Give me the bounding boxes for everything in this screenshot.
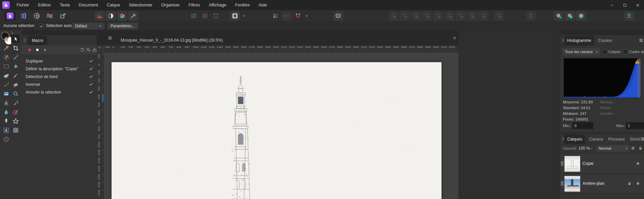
document-canvas[interactable]	[112, 62, 442, 199]
gear-icon[interactable]	[630, 146, 636, 151]
chevron-down-button[interactable]	[241, 11, 246, 21]
menu-texte[interactable]: Texte	[55, 0, 74, 10]
max-input[interactable]: 1	[626, 122, 644, 129]
liquify-persona-button[interactable]	[17, 11, 29, 21]
layer-row-arriereplan[interactable]: Arrière-plan	[560, 174, 644, 194]
minimize-button[interactable]	[605, 0, 618, 10]
flood-fill-tool-button[interactable]	[11, 62, 20, 71]
play-button[interactable]	[43, 47, 48, 52]
star-shape-tool-button[interactable]	[11, 117, 20, 125]
menu-document[interactable]: Document	[74, 0, 102, 10]
flood-select-tool-button[interactable]	[11, 53, 20, 61]
paint-brush-tool-button[interactable]	[11, 71, 20, 80]
move-tool-button[interactable]	[11, 34, 20, 43]
tab-histogramme[interactable]: Histogramme	[564, 36, 594, 45]
clone-brush-tool-button[interactable]	[2, 98, 10, 107]
tab-calques[interactable]: Calques	[564, 134, 585, 144]
menu-organiser[interactable]: Organiser	[157, 0, 184, 10]
menu-edition[interactable]: Edition	[34, 0, 55, 10]
macro-step-1[interactable]: Définir la description: "Copie"	[22, 65, 97, 73]
tab-stock[interactable]: Stock	[630, 134, 640, 144]
selection-marquee-button[interactable]	[211, 11, 221, 21]
menu-affichage[interactable]: Affichage	[205, 0, 231, 10]
menu-selectionner[interactable]: Sélectionner	[124, 0, 157, 10]
histogram-display[interactable]	[564, 58, 641, 98]
snapping-presets-button[interactable]	[270, 11, 281, 21]
erase-brush-tool-button[interactable]	[11, 80, 20, 89]
maximize-button[interactable]	[618, 0, 631, 10]
layer-row-copie[interactable]: Copie	[560, 154, 644, 174]
settings-button[interactable]: Paramètres...	[108, 23, 138, 29]
zoom-tool-button[interactable]	[2, 135, 10, 144]
crop-tool-button[interactable]	[11, 44, 20, 52]
tab-canaux[interactable]: Canaux	[589, 134, 603, 144]
account-button[interactable]	[624, 11, 634, 21]
layer-visibility-toggle[interactable]	[635, 181, 641, 186]
insert-target-wedge-button[interactable]	[554, 11, 564, 21]
opacity-value[interactable]: 100 %	[578, 146, 590, 151]
panel-menu-icon[interactable]	[640, 136, 644, 142]
vertical-ruler[interactable]: -100010020030040050060070080090010001100…	[97, 52, 104, 199]
chevron-down-icon[interactable]	[590, 147, 594, 150]
macro-step-4[interactable]: Annuler la sélection	[22, 89, 97, 96]
pixel-tool-button[interactable]	[2, 80, 10, 89]
export-macro-button[interactable]	[92, 47, 97, 52]
auto-select-checkbox[interactable]	[39, 24, 44, 29]
macro-step-3[interactable]: Inverser	[22, 81, 97, 89]
tab-couleur[interactable]: Couleur	[598, 36, 612, 45]
add-to-library-button[interactable]	[86, 47, 91, 52]
colour-picker-tool-button[interactable]	[2, 44, 10, 52]
min-input[interactable]: 0	[572, 122, 593, 129]
close-document-icon[interactable]	[452, 36, 457, 40]
close-button[interactable]	[631, 0, 644, 10]
select-all-button[interactable]	[189, 11, 199, 21]
channels-dropdown[interactable]: Tous les canaux	[562, 48, 600, 55]
record-button[interactable]	[27, 47, 32, 52]
stop-button[interactable]	[35, 47, 40, 52]
layer-visibility-toggle[interactable]	[635, 161, 641, 166]
macro-step-0[interactable]: Dupliquer	[22, 57, 97, 65]
menu-fichier[interactable]: Fichier	[12, 0, 34, 10]
auto-contrast-button[interactable]	[106, 11, 116, 21]
insert-target-square-button[interactable]	[565, 11, 575, 21]
quick-mask-button[interactable]	[230, 11, 240, 21]
layer-thumbnail[interactable]	[564, 156, 580, 172]
pan-tool-button[interactable]	[2, 34, 10, 43]
horizontal-ruler[interactable]: px -100010020030040050060070080090010001…	[97, 45, 458, 52]
menu-fenetre[interactable]: Fenêtre	[231, 0, 254, 10]
insert-target-pie-button[interactable]	[576, 11, 586, 21]
blur-tool-button[interactable]	[2, 107, 10, 116]
macro-step-check-icon[interactable]	[89, 90, 93, 94]
macro-step-check-icon[interactable]	[89, 59, 93, 63]
pen-tool-button[interactable]	[2, 117, 10, 125]
deselect-button[interactable]	[200, 11, 210, 21]
mesh-warp-tool-button[interactable]	[11, 126, 20, 134]
macro-step-check-icon[interactable]	[89, 67, 93, 71]
export-persona-button[interactable]	[57, 11, 69, 21]
reset-button[interactable]	[80, 47, 85, 52]
preset-dropdown[interactable]: Défaut	[72, 23, 104, 29]
macro-step-check-icon[interactable]	[89, 82, 93, 86]
undo-brush-tool-button[interactable]	[11, 98, 20, 107]
gradient-tool-button[interactable]	[2, 71, 10, 80]
selection-brush-tool-button[interactable]	[2, 53, 10, 61]
blend-mode-dropdown[interactable]: Normal	[596, 145, 630, 152]
layer-thumbnail[interactable]	[564, 176, 580, 192]
macro-step-2[interactable]: Détection de bord	[22, 73, 97, 81]
tone-mapping-persona-button[interactable]	[44, 11, 56, 21]
macro-step-check-icon[interactable]	[89, 74, 93, 79]
text-tool-button[interactable]	[2, 126, 10, 134]
auto-colour-button[interactable]	[117, 11, 127, 21]
panel-menu-icon[interactable]	[639, 38, 644, 43]
document-tab-title[interactable]: Mosquée_Hassan_II_-_2016-04-13.jpg [Modi…	[121, 38, 223, 43]
tab-pinceaux[interactable]: Pinceaux	[608, 134, 625, 144]
lock-icon[interactable]	[638, 146, 643, 151]
marquee-tool-button[interactable]	[2, 62, 10, 71]
tab-macro[interactable]: Macro	[28, 36, 47, 45]
snapping-magnet-button[interactable]	[293, 11, 303, 21]
photo-persona-button[interactable]	[4, 11, 16, 21]
burn-tool-button[interactable]	[11, 107, 20, 116]
auto-white-balance-button[interactable]	[128, 11, 138, 21]
menu-calque[interactable]: Calque	[102, 0, 125, 10]
tab-bar-menu-icon[interactable]	[108, 35, 113, 41]
